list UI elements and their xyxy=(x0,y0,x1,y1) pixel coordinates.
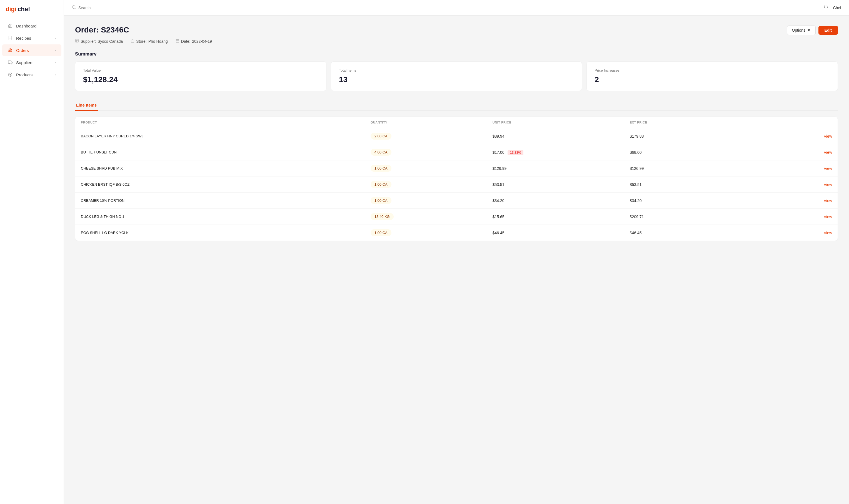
cell-product: BACON LAYER HNY CURED 1/4 SWJ xyxy=(75,128,365,144)
svg-rect-8 xyxy=(75,39,79,42)
cell-quantity: 13.40 KG xyxy=(365,209,487,225)
sidebar-item-suppliers[interactable]: Suppliers › xyxy=(2,57,62,68)
cell-product: CREAMER 10% PORTION xyxy=(75,193,365,209)
edit-button[interactable]: Edit xyxy=(818,26,838,35)
sidebar: digichef Dashboard Recipes › xyxy=(0,0,64,504)
cell-action: View xyxy=(762,160,837,177)
view-link[interactable]: View xyxy=(824,150,832,155)
sidebar-item-recipes[interactable]: Recipes › xyxy=(2,32,62,44)
cell-action: View xyxy=(762,144,837,160)
cell-action: View xyxy=(762,128,837,144)
page-header: Order: S2346C Options ▼ Edit xyxy=(75,25,838,35)
meta-supplier: Supplier: Sysco Canada xyxy=(75,39,123,43)
search-wrap xyxy=(72,5,134,10)
col-header-action xyxy=(762,117,837,128)
cell-product: DUCK LEG & THIGH NO.1 xyxy=(75,209,365,225)
card-label-price-increases: Price Increases xyxy=(594,68,830,72)
view-link[interactable]: View xyxy=(824,182,832,187)
chevron-icon: › xyxy=(55,36,56,40)
card-label-total-items: Total Items xyxy=(339,68,574,72)
svg-line-7 xyxy=(75,8,75,9)
house-icon xyxy=(8,23,13,28)
cell-action: View xyxy=(762,193,837,209)
cell-quantity: 1.00 CA xyxy=(365,225,487,241)
table-row: CREAMER 10% PORTION 1.00 CA $34.20 $34.2… xyxy=(75,193,837,209)
view-link[interactable]: View xyxy=(824,166,832,171)
col-header-quantity: Quantity xyxy=(365,117,487,128)
view-link[interactable]: View xyxy=(824,215,832,219)
cell-unit-price: $126.99 xyxy=(487,160,624,177)
chevron-icon: › xyxy=(55,73,56,76)
chevron-icon: › xyxy=(55,49,56,52)
cell-ext-price: $68.00 xyxy=(624,144,762,160)
summary-section: Summary Total Value $1,128.24 Total Item… xyxy=(75,51,838,91)
cell-quantity: 1.00 CA xyxy=(365,160,487,177)
cell-unit-price: $15.65 xyxy=(487,209,624,225)
chevron-down-icon: ▼ xyxy=(807,28,811,33)
cell-ext-price: $179.88 xyxy=(624,128,762,144)
table-row: BACON LAYER HNY CURED 1/4 SWJ 2.00 CA $8… xyxy=(75,128,837,144)
summary-title: Summary xyxy=(75,51,838,57)
table-row: DUCK LEG & THIGH NO.1 13.40 KG $15.65 $2… xyxy=(75,209,837,225)
logo: digichef xyxy=(0,0,64,19)
sidebar-item-dashboard[interactable]: Dashboard xyxy=(2,20,62,32)
sidebar-label-orders: Orders xyxy=(16,48,29,53)
quantity-badge: 1.00 CA xyxy=(370,197,392,204)
scale-icon xyxy=(8,48,13,53)
box-icon xyxy=(8,72,13,77)
supplier-label: Supplier: xyxy=(81,39,96,43)
search-input[interactable] xyxy=(79,5,134,10)
quantity-badge: 1.00 CA xyxy=(370,229,392,236)
header-actions: Options ▼ Edit xyxy=(787,25,838,35)
tabs: Line Items xyxy=(75,100,838,111)
tab-line-items[interactable]: Line Items xyxy=(75,100,98,111)
sidebar-label-suppliers: Suppliers xyxy=(16,60,34,65)
line-items-table: Product Quantity Unit Price Ext Price BA… xyxy=(75,116,838,241)
col-header-product: Product xyxy=(75,117,365,128)
sidebar-item-products[interactable]: Products › xyxy=(2,69,62,80)
sidebar-item-orders[interactable]: Orders › xyxy=(2,44,62,56)
cell-ext-price: $53.51 xyxy=(624,177,762,193)
chevron-icon: › xyxy=(55,61,56,64)
order-table: Product Quantity Unit Price Ext Price BA… xyxy=(75,117,837,240)
search-icon xyxy=(72,5,76,10)
cell-product: CHEESE SHRD PUB MIX xyxy=(75,160,365,177)
sidebar-nav: Dashboard Recipes › Orders › xyxy=(0,19,64,81)
svg-point-4 xyxy=(11,63,12,64)
meta-date: Date: 2022-04-19 xyxy=(176,39,212,43)
col-header-ext-price: Ext Price xyxy=(624,117,762,128)
view-link[interactable]: View xyxy=(824,231,832,235)
summary-cards: Total Value $1,128.24 Total Items 13 Pri… xyxy=(75,61,838,91)
options-button[interactable]: Options ▼ xyxy=(787,25,815,35)
cell-action: View xyxy=(762,209,837,225)
cell-product: EGG SHELL LG DARK YOLK xyxy=(75,225,365,241)
calendar-icon xyxy=(176,39,179,43)
cell-unit-price: $17.00 13.33% xyxy=(487,144,624,160)
svg-marker-2 xyxy=(11,61,13,63)
store-label: Store: xyxy=(136,39,146,43)
card-value-total-items: 13 xyxy=(339,75,574,84)
price-increase-badge: 13.33% xyxy=(507,150,523,155)
user-name: Chef xyxy=(833,5,841,10)
svg-point-3 xyxy=(8,63,10,64)
cell-product: CHICKEN BRST IQF B/S 6OZ xyxy=(75,177,365,193)
cell-ext-price: $209.71 xyxy=(624,209,762,225)
svg-point-6 xyxy=(72,5,75,8)
cell-ext-price: $46.45 xyxy=(624,225,762,241)
date-label: Date: xyxy=(181,39,190,43)
cell-quantity: 2.00 CA xyxy=(365,128,487,144)
table-row: BUTTER UNSLT CDN 4.00 CA $17.00 13.33% $… xyxy=(75,144,837,160)
truck-icon xyxy=(8,60,13,65)
sidebar-label-dashboard: Dashboard xyxy=(16,23,36,28)
card-label-total-value: Total Value xyxy=(83,68,318,72)
view-link[interactable]: View xyxy=(824,134,832,139)
meta-store: Store: Pho Hoang xyxy=(131,39,168,43)
bell-icon[interactable] xyxy=(824,4,829,11)
cell-product: BUTTER UNSLT CDN xyxy=(75,144,365,160)
cell-ext-price: $34.20 xyxy=(624,193,762,209)
sidebar-label-recipes: Recipes xyxy=(16,36,31,40)
view-link[interactable]: View xyxy=(824,198,832,203)
store-value: Pho Hoang xyxy=(148,39,168,43)
cell-action: View xyxy=(762,177,837,193)
svg-rect-9 xyxy=(176,39,179,42)
